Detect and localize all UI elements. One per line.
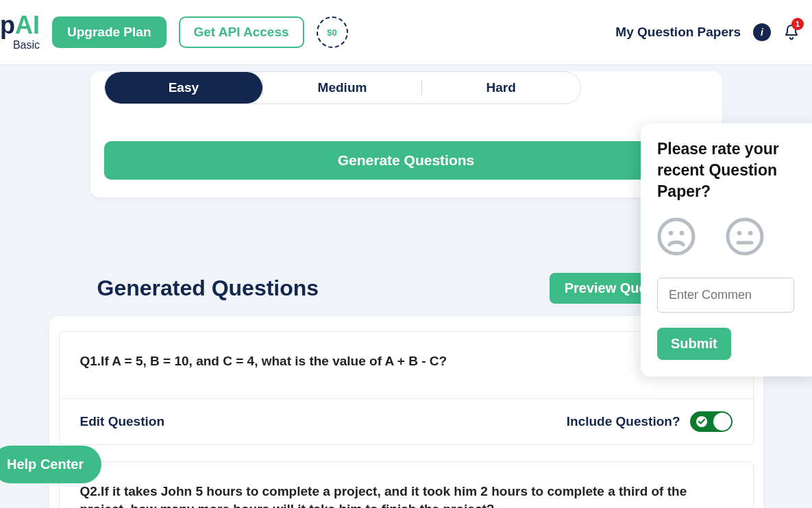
- include-question-label: Include Question?: [567, 414, 680, 429]
- svg-point-3: [680, 231, 684, 235]
- logo-main: epAI: [0, 13, 40, 38]
- generated-title: Generated Questions: [97, 276, 319, 301]
- svg-point-6: [748, 231, 752, 235]
- logo-part-ep: ep: [0, 11, 15, 39]
- info-icon[interactable]: i: [753, 23, 771, 41]
- svg-point-2: [669, 231, 673, 235]
- toggle-knob: [713, 413, 731, 431]
- help-center-button[interactable]: Help Center: [0, 446, 101, 483]
- logo-tier: Basic: [13, 39, 40, 51]
- sad-face-icon[interactable]: [657, 217, 696, 256]
- check-icon: [695, 415, 709, 428]
- credits-value: $0: [327, 27, 336, 38]
- difficulty-selector: Easy Medium Hard: [104, 71, 581, 104]
- question-settings-card: Easy Medium Hard Generate Questions: [90, 71, 722, 197]
- include-question-control: Include Question?: [567, 411, 733, 432]
- edit-question-link[interactable]: Edit Question: [80, 414, 165, 429]
- notifications-button[interactable]: 1: [783, 23, 800, 41]
- question-text: Q2.If it takes John 5 hours to complete …: [60, 462, 753, 508]
- rate-panel-title: Please rate your recent Question Paper?: [657, 138, 812, 202]
- difficulty-easy[interactable]: Easy: [105, 72, 263, 104]
- rating-comment-input[interactable]: [657, 278, 794, 313]
- include-question-toggle[interactable]: [690, 411, 733, 432]
- upgrade-plan-button[interactable]: Upgrade Plan: [52, 16, 166, 48]
- get-api-access-button[interactable]: Get API Access: [179, 16, 304, 48]
- top-bar: epAI Basic Upgrade Plan Get API Access $…: [0, 0, 812, 64]
- question-card: Q2.If it takes John 5 hours to complete …: [59, 461, 754, 508]
- logo[interactable]: epAI Basic: [0, 13, 40, 51]
- generated-header: Generated Questions Preview Question Pa: [90, 273, 722, 304]
- svg-point-5: [737, 231, 741, 235]
- my-question-papers-link[interactable]: My Question Papers: [615, 25, 741, 40]
- svg-point-4: [728, 219, 762, 254]
- rating-faces: [657, 217, 812, 256]
- logo-part-ai: AI: [15, 11, 40, 39]
- rate-panel: Please rate your recent Question Paper? …: [641, 123, 812, 376]
- neutral-face-icon[interactable]: [726, 217, 764, 256]
- rating-submit-button[interactable]: Submit: [657, 328, 731, 360]
- generate-questions-button[interactable]: Generate Questions: [104, 141, 709, 180]
- difficulty-medium[interactable]: Medium: [263, 72, 421, 104]
- question-footer: Edit Question Include Question?: [60, 398, 753, 444]
- svg-point-1: [659, 219, 693, 254]
- credits-badge[interactable]: $0: [317, 16, 348, 48]
- difficulty-hard[interactable]: Hard: [422, 72, 580, 104]
- notification-count-badge: 1: [791, 18, 804, 30]
